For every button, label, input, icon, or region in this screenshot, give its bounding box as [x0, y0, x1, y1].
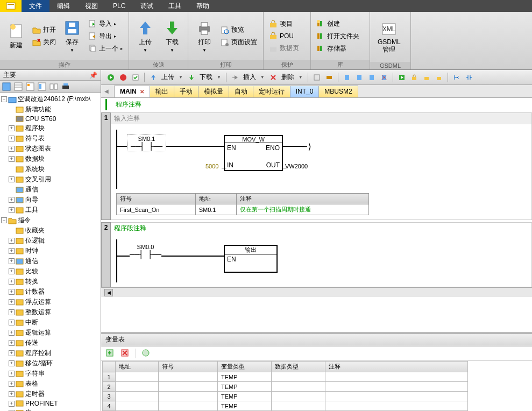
tree-node-bit[interactable]: +位逻辑 — [0, 236, 101, 246]
tool-icon-b[interactable] — [324, 72, 335, 83]
menu-debug[interactable]: 调试 — [133, 0, 161, 12]
project-button[interactable]: 项目 — [267, 18, 301, 30]
menu-edit[interactable]: 编辑 — [49, 0, 77, 12]
tab-scroll-left[interactable]: ◀ — [104, 88, 109, 94]
ladder-rung-2[interactable]: SM0.0 ──┤ ├── 输出 EN — [116, 239, 531, 282]
expand-icon[interactable]: + — [9, 125, 15, 131]
menu-plc[interactable]: PLC — [105, 0, 133, 12]
variable-row[interactable]: 1TEMP — [103, 372, 468, 382]
tree-node-tbl[interactable]: +表格 — [0, 379, 101, 389]
close-button[interactable]: 关闭 — [30, 37, 58, 48]
tree-node-move[interactable]: +传送 — [0, 338, 101, 348]
expand-icon[interactable]: + — [9, 248, 15, 254]
expand-icon[interactable]: + — [9, 340, 15, 346]
instructions-root[interactable]: − 指令 — [0, 215, 101, 225]
tree-node-wiz[interactable]: +向导 — [0, 195, 101, 205]
tree-node-chart[interactable]: +状态图表 — [0, 144, 101, 154]
tree-node-cnt[interactable]: +计数器 — [0, 287, 101, 297]
tree-node-clk[interactable]: +时钟 — [0, 246, 101, 256]
tree-node-pctl[interactable]: +程序控制 — [0, 348, 101, 358]
export-button[interactable]: 导出 ▸ — [86, 31, 125, 42]
tree-node-comm[interactable]: +通信 — [0, 256, 101, 266]
expand-icon[interactable]: + — [9, 136, 15, 141]
tab-输出[interactable]: 输出 — [150, 86, 174, 97]
tree-node-int[interactable]: +整数运算 — [0, 307, 101, 317]
tree-node-cpu[interactable]: CPU ST60 — [0, 115, 101, 123]
ladder-rung-1[interactable]: SM0.1 ──┤ ├── MOV_W ENENO INOUT 5000 ─ ─… — [116, 130, 531, 189]
mov-w-box[interactable]: MOV_W ENENO INOUT — [224, 135, 283, 171]
tree-node-sym[interactable]: +符号表 — [0, 133, 101, 144]
view-icon-2[interactable] — [14, 82, 23, 91]
branch-icon[interactable] — [451, 72, 462, 83]
expand-icon[interactable]: + — [9, 330, 15, 336]
compile-icon[interactable] — [130, 72, 141, 83]
gsdml-button[interactable]: XML GSDML 管理 — [373, 18, 405, 55]
program-comment[interactable]: 程序注释 — [105, 99, 532, 110]
tree-node-sys[interactable]: 系统块 — [0, 164, 101, 174]
tree-node-tmr[interactable]: +定时器 — [0, 389, 101, 399]
goto-icon[interactable] — [396, 72, 407, 83]
pou-button[interactable]: POU — [267, 31, 301, 41]
delete-label[interactable]: 删除 — [280, 73, 295, 82]
expand-icon[interactable]: + — [9, 371, 15, 377]
insert-icon[interactable] — [230, 72, 240, 83]
network-title[interactable]: 输入注释 — [111, 113, 531, 124]
open-button[interactable]: 打开 — [30, 24, 58, 36]
tree-node-cmp[interactable]: +比较 — [0, 266, 101, 277]
expand-icon[interactable]: + — [9, 279, 15, 285]
expand-icon[interactable]: + — [9, 156, 15, 162]
expand-icon[interactable]: + — [9, 360, 15, 366]
expand-icon[interactable]: + — [9, 381, 15, 387]
network-title[interactable]: 程序段注释 — [111, 223, 531, 234]
tree-node-shift[interactable]: +移位/循环 — [0, 358, 101, 369]
tree-node-pn[interactable]: +PROFINET — [0, 399, 101, 408]
expand-icon[interactable]: + — [9, 299, 15, 305]
tool-icon-a[interactable] — [311, 72, 322, 83]
tree-node-intr[interactable]: +中断 — [0, 317, 101, 328]
vartable-del-icon[interactable] — [120, 349, 130, 358]
bookmark-prev-icon[interactable] — [342, 72, 352, 83]
contact-sm01[interactable]: SM0.1 ──┤ ├── — [127, 134, 166, 152]
project-root[interactable]: − 空调改造240612 (F:\mxb\ — [0, 94, 101, 104]
expand-icon[interactable]: + — [9, 197, 15, 203]
tab-mbusm2[interactable]: MBUSM2 — [318, 86, 358, 97]
tree-node-float[interactable]: +浮点运算 — [0, 297, 101, 307]
download-label[interactable]: 下载 — [198, 73, 214, 82]
stop-icon[interactable] — [118, 72, 129, 83]
delete-icon[interactable] — [268, 72, 279, 83]
expand-icon[interactable]: − — [1, 96, 7, 102]
out-value[interactable]: VW2000 — [285, 163, 308, 169]
tree-node-tool[interactable]: +工具 — [0, 205, 101, 215]
expand-icon[interactable]: + — [9, 238, 15, 244]
pagesetup-button[interactable]: 页面设置 — [218, 37, 259, 48]
view-icon-4[interactable] — [38, 82, 46, 91]
previous-button[interactable]: 上一个 ▸ — [86, 43, 125, 54]
variable-grid[interactable]: 地址 符号 变量类型 数据类型 注释 1TEMP2TEMP3TEMP4TEMP — [102, 361, 468, 411]
variable-row[interactable]: 3TEMP — [103, 392, 468, 401]
symbol-row[interactable]: First_Scan_On SM0.1 仅在第一个扫描周期时接通 — [117, 204, 369, 215]
expand-icon[interactable]: + — [9, 320, 15, 325]
editor-hscroll[interactable]: ◀ — [101, 287, 532, 297]
expand-icon[interactable]: + — [9, 258, 15, 264]
view-icon-6[interactable] — [61, 82, 70, 91]
expand-icon[interactable]: + — [9, 207, 15, 213]
bookmark-clear-icon[interactable] — [379, 72, 389, 83]
tab-int_0[interactable]: INT_0 — [290, 86, 320, 97]
import-button[interactable]: 导入 ▸ — [86, 18, 125, 30]
expand-icon[interactable]: + — [9, 176, 15, 182]
tree-node-lib[interactable]: +库 — [0, 408, 101, 411]
tab-main[interactable]: MAIN✕ — [114, 86, 150, 97]
vartable-add-icon[interactable] — [105, 349, 115, 358]
expand-icon[interactable]: + — [9, 268, 15, 274]
tree-node-data[interactable]: +数据块 — [0, 154, 101, 164]
openfolder-button[interactable]: 打开文件夹 — [314, 31, 361, 42]
expand-icon[interactable]: + — [9, 350, 15, 356]
preview-button[interactable]: 预览 — [218, 24, 259, 36]
view-icon-5[interactable] — [49, 82, 58, 91]
tab-自动[interactable]: 自动 — [229, 86, 253, 97]
print-button[interactable]: 打印▼ — [191, 17, 217, 55]
upload-button[interactable]: 上传▼ — [132, 17, 158, 55]
network-number[interactable]: 2 — [101, 222, 111, 287]
menu-view[interactable]: 视图 — [77, 0, 105, 12]
tab-手动[interactable]: 手动 — [174, 86, 198, 97]
